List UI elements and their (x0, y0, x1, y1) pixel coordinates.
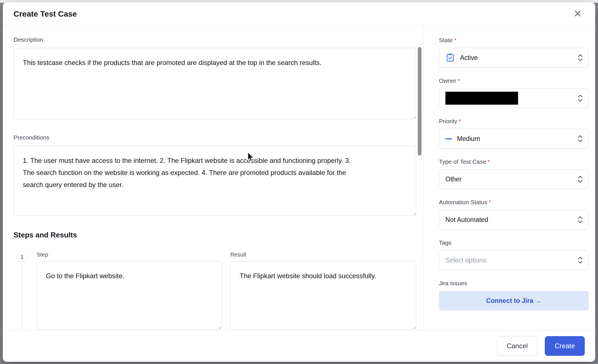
step-column-label: Step (37, 251, 222, 258)
dash-icon (445, 138, 452, 140)
create-button[interactable]: Create (545, 336, 585, 356)
priority-value: Medium (457, 135, 480, 143)
tags-placeholder: Select options (445, 257, 486, 264)
owner-label: Owner (439, 77, 456, 84)
close-icon (574, 9, 582, 19)
cancel-button[interactable]: Cancel (497, 336, 537, 356)
description-label: Description (14, 36, 423, 43)
priority-field: Priority* Medium (439, 118, 589, 149)
tags-field: Tags Select options (439, 239, 589, 270)
properties-sidebar: State* Active (423, 26, 595, 330)
required-asterisk: * (454, 37, 456, 43)
step-number-column: 1 (16, 251, 28, 329)
state-label: State (439, 37, 453, 43)
tags-label: Tags (439, 239, 451, 246)
main-form-area: Description This testcase checks if the … (3, 26, 423, 330)
jira-issues-field: Jira Issues Connect to Jira → (439, 280, 589, 311)
owner-redacted-value (445, 92, 518, 105)
priority-select[interactable]: Medium (439, 129, 589, 149)
state-value: Active (460, 54, 478, 62)
chevron-up-down-icon (577, 215, 583, 224)
description-textarea[interactable]: This testcase checks if the products tha… (14, 48, 416, 119)
owner-select[interactable] (439, 88, 589, 108)
steps-and-results-heading: Steps and Results (14, 230, 423, 239)
background-page-title: Test Cases (32, 0, 80, 2)
clipboard-check-icon (445, 53, 455, 62)
preconditions-label: Preconditions (14, 134, 423, 141)
tags-select[interactable]: Select options (439, 250, 589, 270)
step-row: 1 Step Go to the Flipkart website. Resul… (14, 251, 423, 329)
content-scrollbar[interactable] (418, 47, 421, 156)
chevron-up-down-icon (577, 53, 583, 62)
chevron-up-down-icon (577, 175, 583, 183)
type-of-test-case-value: Other (445, 176, 462, 183)
required-asterisk: * (459, 118, 461, 124)
priority-label: Priority (439, 118, 457, 124)
required-asterisk: * (488, 158, 490, 165)
step-column: Step Go to the Flipkart website. (37, 251, 222, 329)
result-column-label: Result (230, 251, 416, 258)
step-connector-line (22, 265, 22, 329)
chevron-up-down-icon (577, 94, 583, 102)
type-of-test-case-field: Type of Test Case* Other (439, 158, 589, 189)
automation-status-label: Automation Status (439, 199, 487, 205)
preconditions-textarea[interactable]: 1. The user must have access to the inte… (14, 146, 416, 216)
chevron-up-down-icon (577, 134, 583, 143)
close-button[interactable] (572, 8, 584, 20)
step-number-badge: 1 (16, 251, 28, 262)
chevron-up-down-icon (577, 256, 583, 264)
required-asterisk: * (458, 77, 460, 84)
result-column: Result The Flipkart website should load … (230, 251, 416, 329)
result-textarea[interactable]: The Flipkart website should load success… (230, 261, 416, 329)
modal-body: Description This testcase checks if the … (3, 26, 595, 330)
state-field: State* Active (439, 37, 589, 68)
modal-header: Create Test Case (3, 2, 595, 26)
automation-status-select[interactable]: Not Automated (439, 210, 589, 230)
jira-issues-label: Jira Issues (439, 280, 467, 286)
step-textarea[interactable]: Go to the Flipkart website. (37, 261, 222, 329)
modal-footer: Cancel Create (3, 330, 595, 362)
modal-title: Create Test Case (14, 10, 77, 19)
state-select[interactable]: Active (439, 48, 589, 68)
required-asterisk: * (489, 199, 491, 205)
type-of-test-case-select[interactable]: Other (439, 169, 589, 189)
type-of-test-case-label: Type of Test Case (439, 158, 486, 165)
automation-status-field: Automation Status* Not Automated (439, 199, 589, 230)
owner-field: Owner* (439, 77, 589, 108)
automation-status-value: Not Automated (445, 216, 488, 224)
connect-to-jira-button[interactable]: Connect to Jira → (439, 291, 589, 311)
create-test-case-modal: Create Test Case Description This testca… (3, 2, 595, 362)
